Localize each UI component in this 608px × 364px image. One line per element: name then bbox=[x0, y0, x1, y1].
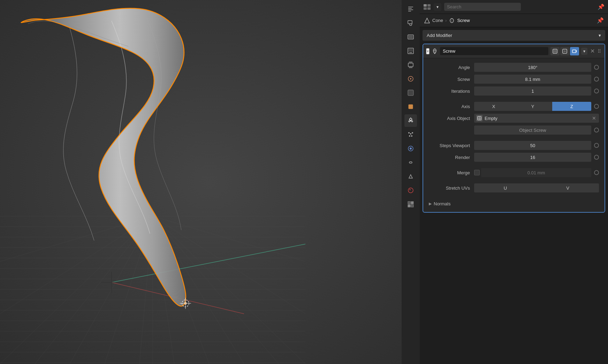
svg-rect-56 bbox=[409, 49, 413, 52]
iterations-dot[interactable] bbox=[594, 89, 599, 93]
angle-row: Angle 180° bbox=[429, 62, 599, 72]
modifier-drag-handle[interactable]: ⠿ bbox=[598, 48, 602, 54]
modifier-header: ▾ ▾ bbox=[423, 44, 605, 58]
render-row: Render 16 bbox=[429, 152, 599, 162]
sidebar-icon-tools[interactable] bbox=[404, 3, 417, 15]
sidebar-icon-object-data[interactable] bbox=[404, 170, 417, 183]
screw-dot[interactable] bbox=[594, 77, 599, 82]
stretch-v-button[interactable]: V bbox=[537, 183, 599, 192]
axis-object-value: Empty bbox=[485, 116, 589, 121]
panel-content[interactable]: Add Modifier ▾ ▾ bbox=[420, 27, 608, 364]
sidebar-icon-world[interactable] bbox=[404, 86, 417, 99]
modifier-collapse-button[interactable]: ▾ bbox=[426, 48, 430, 54]
sidebar-icon-physics[interactable] bbox=[404, 142, 417, 155]
modifier-name-input[interactable] bbox=[440, 47, 548, 55]
svg-rect-60 bbox=[408, 90, 413, 96]
svg-rect-57 bbox=[408, 63, 413, 67]
breadcrumb-current: Screw bbox=[457, 18, 470, 23]
svg-rect-78 bbox=[424, 7, 427, 10]
svg-point-69 bbox=[410, 147, 412, 150]
svg-point-67 bbox=[411, 135, 412, 137]
angle-dot[interactable] bbox=[594, 65, 599, 70]
sidebar-icon-render[interactable] bbox=[404, 31, 417, 43]
axis-object-clear-button[interactable]: ✕ bbox=[591, 115, 597, 122]
breadcrumb: Cone › Screw 📌 bbox=[420, 14, 608, 27]
sidebar-icon-material[interactable] bbox=[404, 184, 417, 197]
panel-topbar: ▾ 📌 bbox=[420, 0, 608, 14]
axis-row: Axis X Y Z bbox=[429, 101, 599, 111]
panel-pin-icon[interactable]: 📌 bbox=[597, 17, 604, 24]
sidebar-icon-texture[interactable] bbox=[404, 198, 417, 211]
sidebar-icon-particles[interactable] bbox=[404, 128, 417, 141]
add-modifier-dropdown-icon: ▾ bbox=[599, 33, 601, 38]
merge-label: Merge bbox=[429, 170, 474, 175]
modifier-view-icons bbox=[550, 47, 579, 55]
cone-icon bbox=[424, 17, 430, 24]
iterations-field[interactable]: 1 bbox=[474, 86, 591, 96]
modifier-body: Angle 180° Screw 8.1 mm Iterations bbox=[423, 58, 605, 212]
search-input[interactable] bbox=[444, 3, 521, 11]
svg-rect-79 bbox=[427, 7, 431, 10]
merge-dot[interactable] bbox=[594, 170, 599, 175]
object-screw-field[interactable]: Object Screw bbox=[474, 126, 591, 135]
screw-field[interactable]: 8.1 mm bbox=[474, 75, 591, 84]
sidebar-icon-output[interactable] bbox=[404, 45, 417, 57]
steps-viewport-field[interactable]: 50 bbox=[474, 141, 591, 150]
modifier-close-button[interactable]: ✕ bbox=[590, 47, 595, 55]
merge-checkbox[interactable] bbox=[474, 170, 480, 175]
axis-x-button[interactable]: X bbox=[474, 102, 513, 111]
object-screw-dot[interactable] bbox=[594, 128, 599, 132]
axis-dot[interactable] bbox=[594, 104, 599, 109]
normals-section-header[interactable]: ▶ Normals bbox=[429, 198, 599, 208]
axis-group: X Y Z bbox=[474, 102, 591, 111]
merge-row: Merge 0.01 mm bbox=[429, 168, 599, 177]
angle-field[interactable]: 180° bbox=[474, 63, 591, 72]
view-options-dropdown[interactable]: ▾ bbox=[434, 3, 441, 11]
svg-rect-74 bbox=[408, 205, 410, 207]
normals-chevron: ▶ bbox=[429, 202, 432, 206]
render-field[interactable]: 16 bbox=[474, 153, 591, 162]
axis-label: Axis bbox=[429, 104, 474, 109]
svg-point-64 bbox=[410, 133, 411, 135]
stretch-u-button[interactable]: U bbox=[474, 183, 537, 192]
svg-point-66 bbox=[409, 135, 410, 137]
svg-point-71 bbox=[409, 189, 411, 190]
sidebar-icon-scene-props[interactable] bbox=[404, 73, 417, 85]
iterations-row: Iterations 1 bbox=[429, 86, 599, 96]
sidebar-icon-scene[interactable] bbox=[404, 17, 417, 29]
sidebar-icon-modifier[interactable] bbox=[404, 114, 417, 127]
sidebar-icon-constraints[interactable] bbox=[404, 156, 417, 169]
iterations-label: Iterations bbox=[429, 89, 474, 94]
panel-view-icon[interactable] bbox=[423, 4, 431, 10]
svg-point-63 bbox=[408, 132, 410, 134]
render-mode-button[interactable] bbox=[560, 47, 569, 55]
pin-icon[interactable]: 📌 bbox=[598, 3, 605, 10]
axis-y-button[interactable]: Y bbox=[513, 102, 552, 111]
svg-rect-61 bbox=[409, 105, 413, 109]
sidebar-icon-object[interactable] bbox=[404, 100, 417, 113]
steps-viewport-row: Steps Viewport 50 bbox=[429, 141, 599, 150]
realtime-viewport-button[interactable] bbox=[550, 47, 560, 55]
camera-view-button[interactable] bbox=[570, 47, 579, 55]
stretch-uvs-label: Stretch UVs bbox=[429, 185, 474, 191]
svg-point-65 bbox=[412, 132, 413, 134]
add-modifier-button[interactable]: Add Modifier ▾ bbox=[423, 30, 605, 41]
viewport[interactable] bbox=[0, 0, 420, 364]
svg-point-83 bbox=[564, 50, 566, 52]
axis-z-button[interactable]: Z bbox=[552, 102, 591, 111]
axis-object-field[interactable]: Empty ✕ bbox=[474, 114, 599, 123]
svg-rect-76 bbox=[424, 4, 427, 7]
svg-rect-54 bbox=[409, 36, 413, 38]
modifier-options-dropdown[interactable]: ▾ bbox=[581, 48, 587, 55]
svg-point-59 bbox=[410, 78, 411, 79]
render-dot[interactable] bbox=[594, 155, 599, 160]
merge-value-field[interactable]: 0.01 mm bbox=[481, 168, 591, 177]
svg-point-62 bbox=[410, 120, 411, 121]
svg-rect-75 bbox=[411, 205, 413, 207]
sidebar-icon-view-layer[interactable] bbox=[404, 59, 417, 71]
svg-line-32 bbox=[28, 22, 35, 24]
steps-viewport-dot[interactable] bbox=[594, 143, 599, 148]
breadcrumb-parent[interactable]: Cone bbox=[432, 18, 443, 23]
svg-rect-84 bbox=[572, 50, 576, 53]
svg-line-27 bbox=[153, 216, 305, 261]
